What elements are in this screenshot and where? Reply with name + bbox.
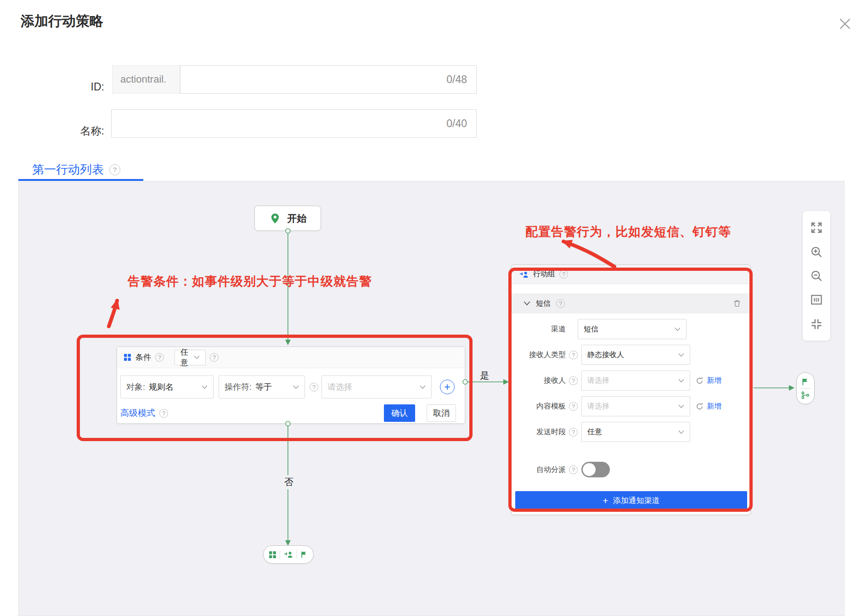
fit-view-button[interactable] bbox=[807, 315, 826, 333]
recipient-label: 接收人 bbox=[512, 376, 566, 386]
edge-label-yes: 是 bbox=[480, 370, 489, 382]
sms-section-bar[interactable]: 短信 ? bbox=[512, 293, 750, 314]
recipient-placeholder: 请选择 bbox=[587, 376, 675, 386]
next-list-node[interactable] bbox=[796, 372, 815, 404]
chevron-down-icon bbox=[293, 385, 299, 389]
canvas-toolbar bbox=[803, 211, 830, 341]
recipient-field-row: 接收人 ? 请选择 新增 bbox=[512, 370, 750, 391]
zoom-out-icon bbox=[810, 269, 823, 283]
operator-select-value: 等于 bbox=[255, 381, 289, 392]
match-mode-value: 任意 bbox=[180, 347, 190, 368]
action-group-help-icon[interactable]: ? bbox=[559, 270, 568, 279]
trash-icon[interactable] bbox=[733, 299, 741, 308]
action-annotation-text: 配置告警行为，比如发短信、钉钉等 bbox=[525, 224, 731, 240]
name-input[interactable] bbox=[112, 110, 446, 137]
chevron-down-icon bbox=[678, 404, 684, 409]
add-condition-button[interactable]: + bbox=[440, 380, 455, 394]
divider bbox=[800, 388, 811, 389]
condition-rule-row: 对象: 规则名 操作符: 等于 ? 请选择 bbox=[120, 375, 462, 398]
recipient-add-link[interactable]: 新增 bbox=[707, 376, 721, 386]
fit-view-icon bbox=[810, 317, 823, 331]
recipient-type-field-row: 接收人类型 ? 静态接收人 bbox=[512, 345, 750, 365]
operator-help-icon[interactable]: ? bbox=[310, 383, 318, 392]
id-prefix: actiontrail. bbox=[112, 65, 180, 94]
template-select[interactable]: 请选择 bbox=[581, 396, 690, 416]
condition-title: 条件 bbox=[135, 352, 151, 363]
condition-help-icon[interactable]: ? bbox=[155, 353, 164, 362]
start-node-label: 开始 bbox=[287, 212, 307, 225]
auto-dispatch-label: 自动分派 bbox=[512, 465, 566, 475]
grid-icon bbox=[124, 353, 131, 361]
flow-canvas[interactable]: 开始 条件 ? 任意 ? bbox=[18, 181, 844, 616]
channel-field-row: 渠道 短信 bbox=[512, 319, 750, 339]
fullscreen-button[interactable] bbox=[807, 218, 826, 237]
confirm-button[interactable]: 确认 bbox=[384, 404, 415, 422]
tab-first-action-list[interactable]: 第一行动列表 ? bbox=[32, 162, 120, 178]
divider bbox=[280, 550, 280, 559]
zoom-out-button[interactable] bbox=[807, 267, 826, 285]
operator-select-label: 操作符: bbox=[225, 381, 252, 392]
flag-icon bbox=[801, 378, 810, 386]
auto-dispatch-toggle[interactable] bbox=[581, 462, 610, 477]
chevron-down-icon bbox=[202, 385, 208, 389]
channel-select[interactable]: 短信 bbox=[578, 319, 687, 339]
add-notify-channel-label: 添加通知渠道 bbox=[613, 495, 660, 506]
toggle-knob bbox=[583, 463, 596, 476]
period-value: 任意 bbox=[587, 427, 675, 437]
fullscreen-icon bbox=[810, 221, 823, 235]
advanced-mode-link[interactable]: 高级模式 bbox=[120, 407, 155, 419]
template-help-icon[interactable]: ? bbox=[569, 402, 578, 411]
period-select[interactable]: 任意 bbox=[581, 422, 690, 442]
close-button[interactable] bbox=[832, 11, 858, 37]
condition-header: 条件 ? 任意 ? bbox=[117, 347, 465, 368]
recipient-type-help-icon[interactable]: ? bbox=[569, 351, 578, 359]
value-select[interactable]: 请选择 bbox=[321, 375, 432, 398]
template-field-row: 内容模板 ? 请选择 新增 bbox=[512, 396, 750, 416]
chevron-down-icon bbox=[524, 301, 530, 306]
recipient-type-label: 接收人类型 bbox=[512, 350, 566, 360]
action-group-node[interactable]: 行动组 ? 短信 ? 渠道 短信 bbox=[511, 264, 751, 515]
auto-dispatch-help-icon[interactable]: ? bbox=[569, 465, 578, 474]
period-help-icon[interactable]: ? bbox=[569, 428, 578, 437]
auto-dispatch-row: 自动分派 ? bbox=[512, 461, 750, 478]
id-input[interactable] bbox=[180, 66, 446, 93]
channel-label: 渠道 bbox=[512, 325, 566, 334]
cancel-button[interactable]: 取消 bbox=[427, 404, 456, 422]
add-notify-channel-button[interactable]: + 添加通知渠道 bbox=[515, 491, 747, 510]
period-field-row: 发送时段 ? 任意 bbox=[512, 422, 750, 442]
grid-icon bbox=[269, 551, 276, 559]
operator-select[interactable]: 操作符: 等于 bbox=[219, 375, 305, 398]
object-select-value: 规则名 bbox=[149, 381, 198, 392]
flag-icon bbox=[300, 551, 308, 559]
condition-footer: 高级模式 ? 确认 取消 bbox=[120, 404, 456, 422]
period-label: 发送时段 bbox=[512, 427, 566, 437]
condition-node[interactable]: 条件 ? 任意 ? 对象: 规则名 bbox=[117, 347, 465, 424]
recipient-help-icon[interactable]: ? bbox=[569, 376, 578, 385]
sms-section-help-icon[interactable]: ? bbox=[556, 299, 565, 308]
chevron-down-icon bbox=[678, 430, 684, 434]
close-icon bbox=[837, 16, 853, 32]
advanced-mode-help-icon[interactable]: ? bbox=[159, 409, 168, 418]
tab-label: 第一行动列表 bbox=[32, 162, 104, 178]
template-add-link[interactable]: 新增 bbox=[707, 402, 721, 411]
id-input-wrap: 0/48 bbox=[180, 65, 477, 94]
name-input-wrap: 0/40 bbox=[111, 109, 477, 138]
recipient-select[interactable]: 请选择 bbox=[581, 370, 690, 391]
recipient-type-select[interactable]: 静态接收人 bbox=[581, 345, 690, 365]
end-branch-node[interactable] bbox=[263, 545, 314, 564]
zoom-in-button[interactable] bbox=[807, 243, 826, 261]
refresh-icon[interactable] bbox=[696, 403, 704, 410]
actual-size-button[interactable] bbox=[807, 291, 826, 309]
edge-label-no: 否 bbox=[281, 475, 296, 489]
object-select[interactable]: 对象: 规则名 bbox=[120, 375, 214, 398]
action-group-header: 行动组 ? bbox=[512, 265, 750, 284]
chevron-down-icon bbox=[675, 327, 681, 331]
match-mode-select[interactable]: 任意 bbox=[175, 350, 206, 365]
announce-person-icon bbox=[519, 269, 529, 280]
start-node[interactable]: 开始 bbox=[254, 206, 321, 231]
branch-icon bbox=[801, 391, 810, 399]
divider bbox=[297, 550, 297, 559]
match-mode-help-icon[interactable]: ? bbox=[210, 353, 219, 362]
tab-help-icon[interactable]: ? bbox=[109, 164, 120, 175]
refresh-icon[interactable] bbox=[696, 377, 704, 385]
